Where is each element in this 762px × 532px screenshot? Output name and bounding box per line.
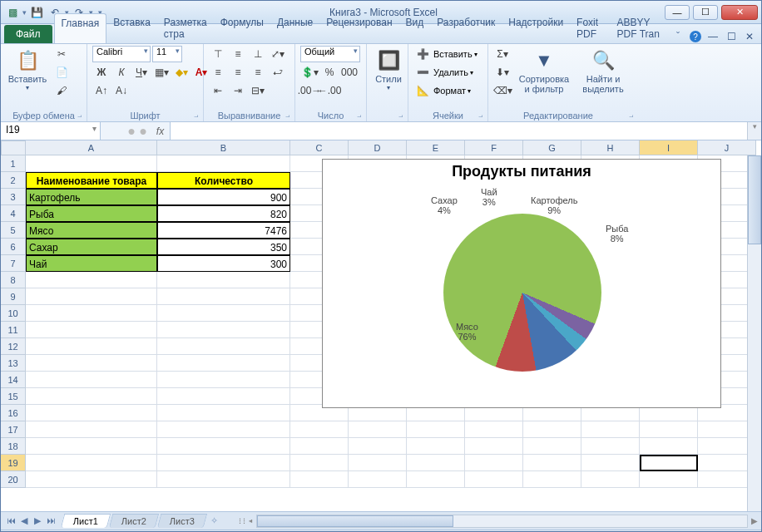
cell[interactable]	[26, 455, 157, 471]
insert-cells-icon[interactable]: ➕	[413, 46, 432, 62]
ribbon-tab-8[interactable]: Надстройки	[502, 13, 570, 43]
cell[interactable]	[157, 355, 290, 372]
ribbon-tab-5[interactable]: Рецензирован	[319, 13, 398, 43]
autosum-icon[interactable]: Σ▾	[493, 46, 512, 62]
data-cell[interactable]: Рыба	[26, 205, 157, 222]
cell[interactable]	[26, 388, 157, 405]
data-cell[interactable]: 820	[157, 205, 290, 222]
mdi-close-icon[interactable]: ✕	[743, 30, 756, 43]
col-header[interactable]: C	[290, 140, 349, 155]
col-header[interactable]: D	[349, 140, 407, 155]
cell[interactable]	[349, 455, 407, 471]
cell[interactable]	[290, 471, 349, 488]
italic-button[interactable]: К	[112, 64, 131, 81]
cell[interactable]	[157, 421, 290, 438]
cell[interactable]	[157, 338, 290, 355]
row-header[interactable]: 8	[1, 272, 26, 288]
row-header[interactable]: 17	[1, 421, 26, 438]
align-center-icon[interactable]: ≡	[229, 64, 247, 81]
col-header[interactable]: H	[581, 140, 640, 155]
merge-icon[interactable]: ⊟▾	[249, 82, 267, 99]
mdi-minimize-icon[interactable]: —	[706, 30, 720, 43]
align-top-icon[interactable]: ⊤	[209, 46, 227, 62]
cell[interactable]	[26, 272, 157, 288]
copy-icon[interactable]: 📄	[52, 64, 71, 81]
comma-icon[interactable]: 000	[340, 64, 359, 81]
cell[interactable]	[157, 388, 290, 405]
cell[interactable]	[157, 305, 290, 322]
ribbon-tab-4[interactable]: Данные	[270, 13, 319, 43]
cell[interactable]	[581, 471, 640, 488]
sort-filter-button[interactable]: ▼ Сортировка и фильтр	[515, 46, 573, 96]
file-tab[interactable]: Файл	[4, 25, 52, 43]
shrink-font-icon[interactable]: A↓	[112, 82, 131, 99]
cell[interactable]	[581, 421, 640, 438]
row-header[interactable]: 10	[1, 305, 26, 322]
styles-button[interactable]: 🔲 Стили ▾	[372, 46, 405, 93]
cell[interactable]	[349, 471, 407, 488]
row-header[interactable]: 1	[1, 155, 26, 172]
help-icon[interactable]: ?	[690, 31, 701, 42]
cell[interactable]	[465, 421, 523, 438]
align-middle-icon[interactable]: ≡	[229, 46, 247, 62]
bold-button[interactable]: Ж	[92, 64, 111, 81]
row-header[interactable]: 14	[1, 372, 26, 388]
row-header[interactable]: 11	[1, 322, 26, 338]
cell[interactable]	[523, 421, 581, 438]
format-cells-icon[interactable]: 📐	[413, 82, 432, 99]
mdi-restore-icon[interactable]: ☐	[725, 30, 738, 43]
spreadsheet-grid[interactable]: ABCDEFGHIJ 12345678910111213141516171819…	[1, 140, 761, 511]
data-cell[interactable]: Количество	[157, 172, 290, 189]
col-header[interactable]: E	[407, 140, 465, 155]
col-header[interactable]: I	[640, 140, 698, 155]
select-all-corner[interactable]	[1, 140, 26, 155]
cell[interactable]	[157, 288, 290, 305]
row-header[interactable]: 19	[1, 455, 26, 471]
ribbon-tab-9[interactable]: Foxit PDF	[570, 13, 610, 43]
row-header[interactable]: 15	[1, 388, 26, 405]
grow-font-icon[interactable]: A↑	[92, 82, 111, 99]
data-cell[interactable]: Наименование товара	[26, 172, 157, 189]
cell[interactable]	[640, 471, 698, 488]
cell[interactable]	[290, 438, 349, 455]
cell[interactable]	[290, 421, 349, 438]
cell[interactable]	[523, 438, 581, 455]
cell[interactable]	[26, 471, 157, 488]
cell[interactable]	[26, 155, 157, 172]
data-cell[interactable]: Мясо	[26, 222, 157, 239]
wrap-text-icon[interactable]: ⮐	[269, 64, 287, 81]
font-size-combo[interactable]: 11	[152, 46, 182, 62]
ribbon-tab-6[interactable]: Вид	[399, 13, 431, 43]
ribbon-tab-2[interactable]: Разметка стра	[157, 13, 214, 43]
maximize-button[interactable]: ☐	[693, 5, 718, 20]
fx-button[interactable]: fx	[151, 122, 171, 140]
close-button[interactable]: ✕	[721, 5, 758, 20]
name-box[interactable]: I19	[1, 122, 101, 140]
percent-icon[interactable]: %	[320, 64, 339, 81]
cell[interactable]	[157, 405, 290, 421]
cell[interactable]	[640, 438, 698, 455]
format-painter-icon[interactable]: 🖌	[52, 82, 71, 99]
increase-indent-icon[interactable]: ⇥	[229, 82, 247, 99]
cell[interactable]	[26, 421, 157, 438]
chart-embedded[interactable]: Продукты питания Сахар4%Чай3%Картофель9%…	[322, 159, 721, 408]
vertical-scrollbar[interactable]	[747, 155, 761, 511]
col-header[interactable]: G	[523, 140, 581, 155]
formula-input[interactable]	[171, 122, 747, 140]
sheet-nav[interactable]: ⏮◀▶⏭	[1, 515, 61, 526]
col-header[interactable]: J	[698, 140, 756, 155]
border-button[interactable]: ▦▾	[152, 64, 171, 81]
cell[interactable]	[407, 421, 465, 438]
cell[interactable]	[26, 438, 157, 455]
data-cell[interactable]: 350	[157, 239, 290, 255]
data-cell[interactable]: 7476	[157, 222, 290, 239]
cell[interactable]	[465, 471, 523, 488]
cell[interactable]	[26, 305, 157, 322]
row-header[interactable]: 16	[1, 405, 26, 421]
cell[interactable]	[581, 455, 640, 471]
data-cell[interactable]: Картофель	[26, 189, 157, 205]
row-header[interactable]: 4	[1, 205, 26, 222]
row-header[interactable]: 5	[1, 222, 26, 239]
col-header[interactable]: A	[26, 140, 157, 155]
ribbon-tab-0[interactable]: Главная	[54, 13, 107, 43]
